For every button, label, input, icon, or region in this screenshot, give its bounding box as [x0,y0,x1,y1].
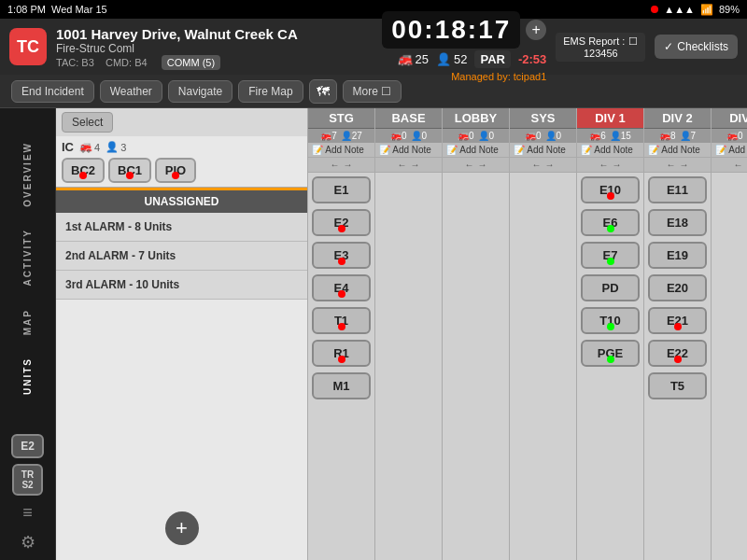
hamburger-icon[interactable]: ≡ [21,501,35,525]
div2-scroll-left[interactable]: ← [667,160,676,170]
unit-t5[interactable]: T5 [648,372,707,399]
div1-scroll-left[interactable]: ← [599,160,609,170]
unit-m1[interactable]: M1 [312,372,371,399]
col-sys-scroll: ← → [510,158,576,173]
map-icon-button[interactable]: 🗺 [309,79,337,104]
col-div1-units: E10 E6 E7 PD T10 PGE [577,173,643,560]
pge-status-dot [607,356,614,363]
sys-scroll-left[interactable]: ← [532,160,542,170]
lobby-scroll-right[interactable]: → [478,160,487,170]
sidebar-item-activity[interactable]: ACTIVITY [22,221,33,294]
content-area: Select IC 🚒4 👤3 BC2 [56,108,747,560]
ems-report-row: EMS Report : ☐ [563,35,638,48]
col-div2: DIV 2 🚒8👤7 📝 Add Note ← → E11 E18 E19 E2… [644,108,712,560]
e2-status-dot [338,225,345,232]
unit-e7[interactable]: E7 [581,242,640,269]
end-incident-button[interactable]: End Incident [11,80,94,103]
col-stg-header: STG [308,108,374,129]
comm-badge[interactable]: COMM (5) [162,55,220,70]
timer-section: 00:18:17 + 🚒 25 👤 52 PAR -2:53 Managed b… [382,11,546,82]
col-lobby: LOBBY 🚒0👤0 📝 Add Note ← → [443,108,510,560]
unit-e1[interactable]: E1 [312,176,371,203]
base-scroll-left[interactable]: ← [398,160,407,170]
div3-scroll-left[interactable]: ← [734,160,743,170]
unit-e10[interactable]: E10 [581,176,640,203]
col-div3-add-note[interactable]: 📝 Add Note [712,143,747,158]
unit-e19[interactable]: E19 [648,242,707,269]
stats-row: 🚒 25 👤 52 PAR -2:53 [398,50,547,68]
unit-t10[interactable]: T10 [581,307,640,334]
sidebar-item-map[interactable]: MAP [22,301,33,343]
checklists-button[interactable]: ✓ Checklists [655,35,738,59]
navigate-button[interactable]: Navigate [168,80,233,103]
select-button[interactable]: Select [62,112,113,133]
unit-e21[interactable]: E21 [648,307,707,334]
col-stg-add-note[interactable]: 📝 Add Note [308,143,374,158]
settings-icon[interactable]: ⚙ [19,530,37,554]
timer-plus-button[interactable]: + [526,20,546,40]
alarm-row-2nd[interactable]: 2nd ALARM - 7 Units [56,242,307,271]
unit-pd[interactable]: PD [581,274,640,301]
fire-map-button[interactable]: Fire Map [238,80,303,103]
col-div1-header: DIV 1 [577,108,643,129]
bc2-status-dot [79,172,87,179]
weather-button[interactable]: Weather [100,80,162,103]
unit-r1[interactable]: R1 [312,340,371,367]
e10-status-dot [607,192,614,200]
tr-s2-card[interactable]: TRS2 [12,464,43,496]
col-base-add-note[interactable]: 📝 Add Note [375,143,442,158]
unit-e22[interactable]: E22 [648,340,707,367]
par-badge[interactable]: PAR [474,50,510,68]
ic-label: IC [62,140,74,154]
col-sys: SYS 🚒0👤0 📝 Add Note ← → [510,108,577,560]
unassigned-section: UNASSIGNED 1st ALARM - 8 Units 2nd ALARM… [56,188,307,497]
persons-count: 👤 52 [436,52,467,66]
unit-t1[interactable]: T1 [312,307,371,334]
col-base-scroll: ← → [375,158,442,173]
unit-e6[interactable]: E6 [581,209,640,236]
unit-e11[interactable]: E11 [648,176,707,203]
sidebar-item-overview[interactable]: OVERVIEW [22,134,33,215]
unit-e20[interactable]: E20 [648,274,707,301]
e7-status-dot [607,258,614,265]
incident-address: 1001 Harvey Drive, Walnut Creek CA [56,26,373,42]
lobby-scroll-left[interactable]: ← [465,160,474,170]
add-unit-button[interactable]: + [165,511,199,545]
col-sys-add-note[interactable]: 📝 Add Note [510,143,576,158]
col-div1: DIV 1 🚒6👤15 📝 Add Note ← → E10 E6 E7 PD … [577,108,644,560]
e2-mini-card[interactable]: E2 [11,434,44,458]
unit-pge[interactable]: PGE [581,340,640,367]
unit-bc1[interactable]: BC1 [108,158,151,183]
stg-scroll-left[interactable]: ← [331,160,340,170]
more-button[interactable]: More ☐ [343,80,402,103]
col-stg-counts: 🚒7👤27 [308,129,374,143]
col-lobby-add-note[interactable]: 📝 Add Note [443,143,509,158]
unit-bc2[interactable]: BC2 [62,158,105,183]
div1-scroll-right[interactable]: → [613,160,622,170]
unit-pio[interactable]: PIO [155,158,196,183]
col-div1-add-note[interactable]: 📝 Add Note [577,143,643,158]
unit-e4[interactable]: E4 [312,274,371,301]
unit-e2-stg[interactable]: E2 [312,209,371,236]
main-layout: OVERVIEW ACTIVITY MAP UNITS E2 TRS2 ≡ ⚙ … [0,108,747,560]
alarm-row-1st[interactable]: 1st ALARM - 8 Units [56,213,307,242]
unit-e3[interactable]: E3 [312,242,371,269]
unit-e18[interactable]: E18 [648,209,707,236]
col-div3-units [712,173,747,560]
status-time: 1:08 PM [7,4,46,15]
stg-scroll-right[interactable]: → [344,160,353,170]
col-stg: STG 🚒7👤27 📝 Add Note ← → E1 E2 E3 E4 T1 … [308,108,375,560]
col-div2-header: DIV 2 [644,108,711,129]
sidebar-item-units[interactable]: UNITS [22,350,33,402]
div2-scroll-right[interactable]: → [680,160,689,170]
sys-scroll-right[interactable]: → [545,160,555,170]
bc1-status-dot [126,172,134,179]
col-div1-scroll: ← → [577,158,643,173]
col-div2-add-note[interactable]: 📝 Add Note [644,143,711,158]
base-scroll-right[interactable]: → [411,160,420,170]
ems-report-number: 123456 [584,48,618,59]
col-stg-scroll: ← → [308,158,374,173]
left-sidebar: OVERVIEW ACTIVITY MAP UNITS E2 TRS2 ≡ ⚙ [0,108,56,560]
alarm-row-3rd[interactable]: 3rd ALARM - 10 Units [56,271,307,300]
ems-checkbox[interactable]: ☐ [628,35,638,48]
